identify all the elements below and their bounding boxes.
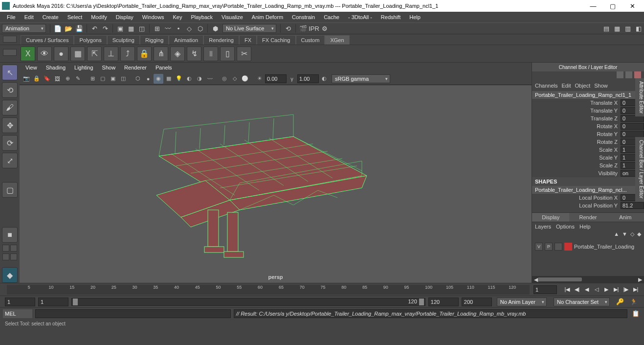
motion-blur-icon[interactable]: 〰 xyxy=(205,74,215,84)
prefs-anim-icon[interactable]: 🏃 xyxy=(628,297,639,307)
command-input[interactable] xyxy=(35,309,231,318)
range-inner-end-field[interactable]: 120 xyxy=(428,298,459,306)
redo-icon[interactable]: ↷ xyxy=(100,23,111,34)
menu-constrain[interactable]: Constrain xyxy=(288,13,319,21)
attr-field[interactable]: 0 xyxy=(621,123,644,130)
panel-menu-shading[interactable]: Shading xyxy=(42,64,69,71)
workspace-selector[interactable]: Animation xyxy=(2,24,46,33)
attribute-editor-tab[interactable]: Attribute Editor xyxy=(635,78,644,116)
channel-icon2[interactable] xyxy=(625,71,632,78)
panel-menu-view[interactable]: View xyxy=(22,64,41,71)
ipr-render-icon[interactable]: IPR xyxy=(309,23,319,34)
snap-live-icon[interactable]: ⬡ xyxy=(195,23,205,34)
color-space-selector[interactable]: sRGB gamma xyxy=(332,74,390,83)
save-scene-icon[interactable]: 💾 xyxy=(74,23,85,34)
maya-home-icon[interactable]: ◆ xyxy=(2,267,18,283)
step-forward-icon[interactable]: ▶| xyxy=(612,285,621,294)
channels-object-tab[interactable]: Object xyxy=(575,83,590,89)
script-editor-icon[interactable]: 📋 xyxy=(630,308,641,319)
panel-menu-show[interactable]: Show xyxy=(98,64,120,71)
range-inner-start-field[interactable]: 1 xyxy=(38,298,68,306)
menu-visualize[interactable]: Visualize xyxy=(218,13,247,21)
layout-three-icon[interactable] xyxy=(2,253,9,260)
shelf-tab-sculpting[interactable]: Sculpting xyxy=(107,35,140,45)
xray-icon[interactable]: ◇ xyxy=(230,74,240,84)
camera-lock-icon[interactable]: 🔒 xyxy=(32,74,42,84)
attr-field[interactable]: 0 xyxy=(621,131,644,138)
go-end-icon[interactable]: ▶| xyxy=(631,285,640,294)
lasso-tool-icon[interactable]: ⟲ xyxy=(2,82,18,98)
go-start-icon[interactable]: |◀ xyxy=(563,285,572,294)
xgen-lock-icon[interactable]: 🔒 xyxy=(137,46,152,61)
layout-outliner-icon[interactable] xyxy=(10,253,17,260)
panel-menu-panels[interactable]: Panels xyxy=(152,64,176,71)
xgen-export-icon[interactable]: ↯ xyxy=(187,46,201,61)
exposure-field[interactable]: 0.00 xyxy=(265,74,287,83)
panel-layout2-icon[interactable]: ▦ xyxy=(612,23,622,34)
wire-on-shaded-icon[interactable]: ◉ xyxy=(154,74,163,84)
shelf-tab-polygons[interactable]: Polygons xyxy=(74,35,107,45)
xray-joints-icon[interactable]: ⚪ xyxy=(240,74,250,84)
ao-icon[interactable]: ◑ xyxy=(195,74,204,84)
layer-scrollbar[interactable]: ◀▶ xyxy=(532,276,644,283)
viewport-persp[interactable]: persp xyxy=(20,85,532,283)
select-hierarchy-icon[interactable]: ▣ xyxy=(115,23,126,34)
play-forward-icon[interactable]: ▶ xyxy=(602,285,611,294)
shelf-options-icon[interactable] xyxy=(3,49,17,56)
live-surface-selector[interactable]: No Live Surface xyxy=(222,24,276,33)
menu-select[interactable]: Select xyxy=(64,13,87,21)
range-end-field[interactable]: 200 xyxy=(462,298,492,306)
move-tool-icon[interactable]: ✥ xyxy=(2,117,18,133)
step-back-icon[interactable]: ◀ xyxy=(582,285,591,294)
current-frame-field[interactable]: 1 xyxy=(533,285,557,294)
xgen-primitive-icon[interactable]: ◈ xyxy=(170,46,185,61)
shelf-tab-custom[interactable]: Custom xyxy=(296,35,325,45)
layer-name[interactable]: Portable_Trailer_Loading xyxy=(574,244,634,250)
isolate-icon[interactable]: ◎ xyxy=(220,74,229,84)
snap-point-icon[interactable]: • xyxy=(173,23,184,34)
time-slider[interactable]: 5101520253035404550556065707580859095100… xyxy=(0,283,644,296)
scale-tool-icon[interactable]: ⤢ xyxy=(2,153,18,168)
range-slider[interactable]: 120 xyxy=(71,298,425,306)
layer-new-selected-icon[interactable]: ◆ xyxy=(637,231,641,242)
wireframe-icon[interactable]: ⬡ xyxy=(133,74,143,84)
live-surface-icon[interactable]: ⬢ xyxy=(210,23,221,34)
xgen-move-icon[interactable]: ⤴ xyxy=(120,46,135,61)
menu-file[interactable]: File xyxy=(3,13,20,21)
shape-attr-field[interactable]: 81.2 xyxy=(621,202,644,209)
maximize-button[interactable]: ▢ xyxy=(603,0,622,12)
display-layer-row[interactable]: V P Portable_Trailer_Loading xyxy=(532,242,644,252)
grease-pencil-icon[interactable]: ✎ xyxy=(73,74,83,84)
play-back-icon[interactable]: ◁ xyxy=(592,285,601,294)
shelf-tab-rendering[interactable]: Rendering xyxy=(203,35,239,45)
xgen-create-icon[interactable]: ● xyxy=(54,46,68,61)
snap-plane-icon[interactable]: ◇ xyxy=(184,23,195,34)
range-slider-start-handle[interactable] xyxy=(73,299,78,305)
layer-movedown-icon[interactable]: ▼ xyxy=(622,231,627,242)
layout-single-icon[interactable]: ■ xyxy=(2,227,18,243)
gate-mask-icon[interactable]: ◫ xyxy=(118,74,128,84)
textured-icon[interactable]: ▦ xyxy=(164,74,174,84)
menu-redshift[interactable]: Redshift xyxy=(377,13,404,21)
layers-menu-options[interactable]: Options xyxy=(556,224,575,230)
xgen-description-icon[interactable]: X xyxy=(21,46,35,61)
render-frame-icon[interactable]: 🎬 xyxy=(298,23,309,34)
grid-icon[interactable]: ⊞ xyxy=(88,74,97,84)
exposure-icon[interactable]: ☀ xyxy=(255,74,265,84)
snap-curve-icon[interactable]: 〰 xyxy=(162,23,173,34)
channels-show-tab[interactable]: Show xyxy=(594,83,608,89)
gamma-icon[interactable]: γ xyxy=(287,74,297,84)
layer-tab-render[interactable]: Render xyxy=(569,213,606,222)
layer-tab-display[interactable]: Display xyxy=(532,213,569,222)
range-start-field[interactable]: 1 xyxy=(5,298,35,306)
panel-layout4-icon[interactable]: ◧ xyxy=(633,23,644,34)
layer-color-swatch[interactable] xyxy=(564,243,572,251)
shelf-tab-fx[interactable]: FX xyxy=(239,35,257,45)
channel-box-tab[interactable]: Channel Box / Layer Editor xyxy=(635,137,644,202)
close-button[interactable]: ✕ xyxy=(622,0,642,12)
last-tool-icon[interactable]: ▢ xyxy=(2,182,18,198)
script-lang-selector[interactable]: MEL xyxy=(3,309,32,318)
shelf-menu-icon[interactable] xyxy=(3,36,17,43)
layers-menu-layers[interactable]: Layers xyxy=(535,224,551,230)
shelf-tab-xgen[interactable]: XGen xyxy=(325,35,349,45)
